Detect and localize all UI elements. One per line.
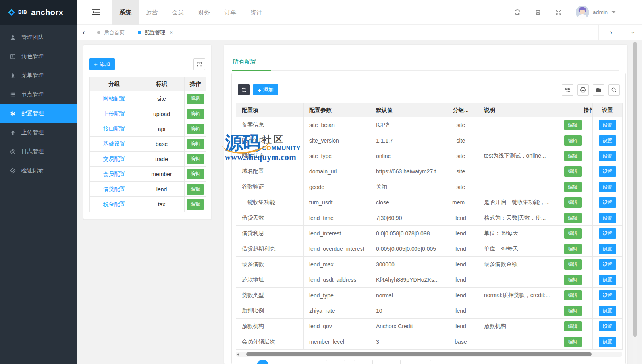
group-name-link[interactable]: 接口配置 (103, 125, 125, 132)
pagination-box[interactable] (400, 360, 431, 364)
edit-group-button[interactable]: 编辑 (187, 199, 204, 210)
edit-config-button[interactable]: 编辑 (564, 166, 582, 177)
group-name-link[interactable]: 网站配置 (103, 95, 125, 102)
pagination-box[interactable] (354, 360, 373, 364)
top-nav-tab[interactable]: 系统 (112, 0, 139, 25)
settings-config-button[interactable]: 设置 (599, 290, 616, 300)
group-table-header: 标识 (139, 77, 185, 91)
edit-group-button[interactable]: 编辑 (187, 94, 204, 104)
open-tab[interactable]: 后台首页 (91, 25, 131, 40)
edit-group-button[interactable]: 编辑 (187, 124, 204, 134)
settings-config-button[interactable]: 设置 (599, 275, 616, 285)
pagination-page-1[interactable]: 1 (257, 360, 269, 364)
search-icon[interactable] (608, 84, 620, 96)
columns-icon[interactable] (193, 58, 205, 70)
edit-config-button[interactable]: 编辑 (564, 337, 582, 347)
columns-icon[interactable] (562, 84, 573, 96)
edit-config-button[interactable]: 编辑 (564, 259, 582, 270)
top-nav-tab[interactable]: 财务 (191, 0, 217, 25)
group-name-link[interactable]: 上传配置 (103, 110, 125, 117)
fullscreen-icon[interactable] (555, 9, 562, 16)
sidebar-item-team[interactable]: 管理团队 (0, 28, 77, 47)
edit-config-button[interactable]: 编辑 (564, 321, 582, 331)
sidebar-item-menu-tree[interactable]: 菜单管理 (0, 66, 77, 85)
tabs-menu-icon[interactable]: › (624, 25, 642, 40)
user-menu[interactable]: admin (576, 6, 616, 19)
settings-config-button[interactable]: 设置 (599, 151, 616, 161)
sidebar-item-log[interactable]: 日志管理 (0, 142, 77, 161)
settings-config-button[interactable]: 设置 (599, 135, 616, 146)
sidebar-item-role[interactable]: 角色管理 (0, 47, 77, 66)
edit-group-button[interactable]: 编辑 (187, 139, 204, 149)
edit-config-button[interactable]: 编辑 (564, 182, 582, 192)
top-nav-tab[interactable]: 订单 (217, 0, 243, 25)
settings-config-button[interactable]: 设置 (599, 166, 616, 177)
top-nav-tab[interactable]: 统计 (243, 0, 270, 25)
edit-config-button[interactable]: 编辑 (564, 151, 582, 161)
group-name-link[interactable]: 税金配置 (103, 201, 125, 207)
edit-group-button[interactable]: 编辑 (187, 169, 204, 179)
edit-config-button[interactable]: 编辑 (564, 275, 582, 285)
edit-config-button[interactable]: 编辑 (564, 213, 582, 223)
tabs-scroll-left-icon[interactable]: ‹ (77, 25, 91, 40)
settings-config-button[interactable]: 设置 (599, 197, 616, 208)
horizontal-scrollbar-thumb[interactable] (246, 352, 592, 356)
settings-config-button[interactable]: 设置 (599, 306, 616, 316)
config-desc-cell (478, 334, 553, 350)
edit-config-button[interactable]: 编辑 (564, 244, 582, 254)
horizontal-scrollbar[interactable] (236, 352, 622, 357)
user-name: admin (593, 9, 608, 15)
tab-all-configs[interactable]: 所有配置 (233, 58, 256, 65)
edit-config-button[interactable]: 编辑 (564, 306, 582, 316)
top-nav-tab[interactable]: 运营 (139, 0, 165, 25)
group-name-link[interactable]: 基础设置 (103, 141, 125, 147)
edit-config-button[interactable]: 编辑 (564, 120, 582, 130)
menu-fold-icon[interactable] (91, 8, 100, 17)
settings-config-button[interactable]: 设置 (599, 337, 616, 347)
settings-config-button[interactable]: 设置 (599, 182, 616, 192)
tabs-scroll-right-icon[interactable]: › (598, 25, 624, 40)
group-name-link[interactable]: 会员配置 (103, 171, 125, 177)
add-group-button[interactable]: + 添加 (89, 58, 115, 70)
sidebar-item-config[interactable]: 配置管理 (0, 104, 77, 123)
close-icon[interactable]: × (170, 29, 173, 36)
edit-group-button[interactable]: 编辑 (187, 154, 204, 164)
vertical-scrollbar[interactable] (633, 40, 637, 364)
edit-config-button[interactable]: 编辑 (564, 228, 582, 239)
settings-config-button[interactable]: 设置 (599, 213, 616, 223)
group-name-link[interactable]: 交易配置 (103, 156, 125, 162)
settings-config-button[interactable]: 设置 (599, 120, 616, 130)
plus-icon: + (94, 62, 98, 67)
group-row: 税金配置tax编辑 (90, 197, 206, 212)
sidebar-item-verify[interactable]: 验证记录 (0, 161, 77, 180)
settings-config-button[interactable]: 设置 (599, 259, 616, 270)
edit-config-button[interactable]: 编辑 (564, 290, 582, 300)
edit-group-button[interactable]: 编辑 (187, 184, 204, 195)
tab-label: 后台首页 (104, 29, 125, 36)
edit-config-button[interactable]: 编辑 (564, 135, 582, 146)
group-key-cell: upload (139, 106, 185, 121)
settings-config-button[interactable]: 设置 (599, 321, 616, 331)
top-nav-tab[interactable]: 会员 (165, 0, 191, 25)
settings-config-button[interactable]: 设置 (599, 228, 616, 239)
sidebar-item-upload[interactable]: 上传管理 (0, 123, 77, 142)
logo-name: anchorx (31, 8, 63, 17)
refresh-icon[interactable] (514, 9, 521, 16)
group-panel: + 添加 分组标识操作 网站配置site编辑上传配置upload编辑接口配置ap… (83, 44, 212, 220)
pagination-box[interactable] (326, 360, 345, 364)
trash-icon[interactable] (534, 9, 542, 16)
vertical-scrollbar-thumb[interactable] (633, 42, 637, 337)
open-tab[interactable]: 配置管理× (131, 25, 179, 40)
logo[interactable]: BiB anchorx (0, 0, 77, 25)
refresh-table-button[interactable] (238, 84, 250, 95)
scroll-left-arrow-icon[interactable] (237, 353, 239, 356)
sidebar-item-node-list[interactable]: 节点管理 (0, 85, 77, 104)
edit-group-button[interactable]: 编辑 (187, 109, 204, 119)
print-icon[interactable] (577, 84, 589, 96)
group-name-link[interactable]: 借贷配置 (103, 186, 125, 192)
edit-config-button[interactable]: 编辑 (564, 197, 582, 208)
export-icon[interactable] (593, 84, 604, 96)
settings-config-button[interactable]: 设置 (599, 244, 616, 254)
sidebar-item-label: 配置管理 (21, 110, 44, 117)
add-config-button[interactable]: + 添加 (253, 84, 278, 95)
